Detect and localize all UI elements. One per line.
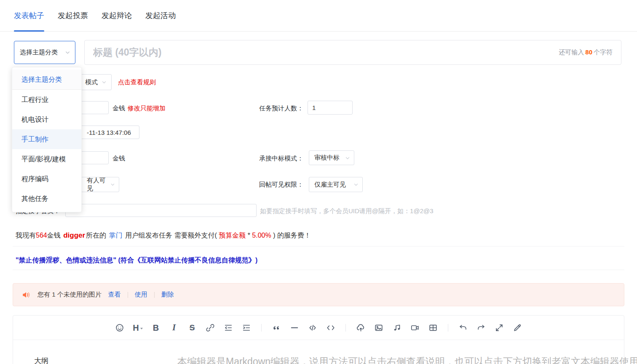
- category-option-graphic[interactable]: 平面/影视/建模: [12, 149, 81, 169]
- view-image-link[interactable]: 查看: [108, 291, 121, 299]
- fee-text: 所在的: [86, 232, 108, 239]
- fullscreen-button[interactable]: [492, 321, 506, 335]
- people-count-label: 任务预计人数：: [259, 104, 303, 112]
- people-count-input[interactable]: [308, 101, 353, 115]
- bid-mode-select[interactable]: 审核中标: [309, 150, 354, 165]
- toolbar-divider: [448, 324, 448, 332]
- view-rules-link[interactable]: 点击查看规则: [118, 78, 156, 86]
- image-icon: [374, 323, 383, 332]
- chevron-down-icon: [345, 155, 351, 161]
- category-select[interactable]: 选择主题分类: [14, 41, 75, 64]
- indent-button[interactable]: [239, 321, 254, 335]
- horizontal-line-button[interactable]: [287, 321, 302, 335]
- outdent-icon: [224, 323, 233, 332]
- insert-audio-button[interactable]: [390, 321, 404, 335]
- fee-text: 用户组发布任务 需要额外支付(: [123, 232, 219, 239]
- category-select-value: 选择主题分类: [20, 48, 58, 56]
- chevron-down-icon: [64, 49, 71, 56]
- tab-new-debate[interactable]: 发起辩论: [102, 0, 132, 31]
- link-button[interactable]: [203, 321, 217, 335]
- counter-value: 80: [585, 48, 592, 56]
- redo-button[interactable]: [474, 321, 488, 335]
- category-option-handmade[interactable]: 手工制作: [12, 129, 81, 149]
- category-option-coding[interactable]: 程序编码: [12, 169, 81, 189]
- bid-mode-value: 审核中标: [314, 154, 340, 162]
- title-input[interactable]: [85, 47, 559, 58]
- publish-task-page: 发表帖子 发起投票 发起辩论 发起活动 选择主题分类 还可输入80个字符 模式 …: [0, 0, 637, 364]
- code-block-button[interactable]: [305, 321, 320, 335]
- category-option-engineering[interactable]: 工程行业: [12, 90, 81, 110]
- counter-prefix: 还可输入: [559, 48, 584, 56]
- reply-permission-value: 仅雇主可见: [314, 181, 346, 189]
- tab-new-poll[interactable]: 发起投票: [58, 0, 88, 31]
- quote-button[interactable]: [269, 321, 284, 335]
- insert-table-button[interactable]: [426, 321, 440, 335]
- category-option-electromechanical[interactable]: 机电设计: [12, 110, 81, 129]
- undo-icon: [458, 323, 468, 332]
- inline-code-button[interactable]: [324, 321, 338, 335]
- category-option-default[interactable]: 选择主题分类: [12, 70, 81, 90]
- divider: [13, 270, 624, 270]
- upload-cloud-icon: [356, 323, 366, 332]
- budget-note: 修改只能增加: [128, 104, 166, 112]
- insert-image-button[interactable]: [372, 321, 386, 335]
- use-image-link[interactable]: 使用: [135, 291, 147, 299]
- chevron-down-icon: [140, 328, 143, 329]
- markdown-editor: H B I S: [13, 315, 624, 364]
- music-note-icon: [392, 323, 401, 332]
- link-icon: [206, 323, 215, 332]
- bold-button[interactable]: B: [149, 321, 163, 335]
- char-counter: 还可输入80个字符: [559, 48, 621, 56]
- megaphone-icon: [21, 290, 31, 300]
- reply-permission-select[interactable]: 仅雇主可见: [309, 177, 363, 192]
- editor-hint-text: 本编辑器是Markdown编辑器，说用方法可以点击右侧查看说明，也可以点击下方切…: [177, 355, 637, 364]
- tab-label: 发起辩论: [102, 11, 132, 21]
- edit-mode-button[interactable]: [510, 321, 525, 335]
- unused-image-text: 您有 1 个未使用的图片: [37, 291, 102, 299]
- divider: [128, 292, 128, 298]
- category-option-other[interactable]: 其他任务: [12, 189, 81, 209]
- deposit-unit-label: 金钱: [112, 155, 125, 163]
- fee-text: 我现有: [16, 232, 36, 239]
- strikethrough-button[interactable]: S: [185, 321, 199, 335]
- balance-amount: 564: [36, 232, 47, 239]
- chevron-down-icon: [353, 182, 359, 187]
- tab-new-activity[interactable]: 发起活动: [145, 0, 176, 31]
- emoji-icon: [115, 323, 124, 332]
- budget-term: 预算金额: [219, 232, 246, 239]
- chevron-down-icon: [101, 79, 107, 85]
- pencil-icon: [513, 323, 522, 332]
- redo-icon: [476, 323, 486, 332]
- fee-text: ) 的服务费！: [271, 232, 311, 239]
- outdent-button[interactable]: [221, 321, 236, 335]
- delete-image-link[interactable]: 删除: [161, 291, 174, 299]
- code-block-icon: [308, 323, 317, 332]
- bid-mode-label: 承接中标模式：: [259, 155, 303, 163]
- tab-label: 发表帖子: [14, 11, 44, 21]
- fee-text: *: [246, 232, 252, 239]
- category-dropdown: 选择主题分类 工程行业 机电设计 手工制作 平面/影视/建模 程序编码 其他任务: [12, 67, 82, 212]
- bold-icon: B: [153, 324, 159, 332]
- toolbar-divider: [345, 324, 346, 332]
- username: digger: [63, 231, 85, 239]
- tab-label: 发起活动: [145, 11, 176, 21]
- budget-unit-label: 金钱: [112, 104, 125, 112]
- user-group-link[interactable]: 掌门: [109, 232, 123, 239]
- indent-icon: [242, 323, 251, 332]
- strikethrough-icon: S: [190, 324, 195, 332]
- post-type-tabs: 发表帖子 发起投票 发起辩论 发起活动: [0, 0, 637, 32]
- tab-label: 发起投票: [58, 11, 88, 21]
- italic-button[interactable]: I: [167, 321, 181, 335]
- emoji-button[interactable]: [112, 321, 127, 335]
- tab-new-post[interactable]: 发表帖子: [14, 0, 44, 31]
- reply-permission-label: 回帖可见权限：: [259, 181, 303, 189]
- assignee-input[interactable]: [65, 204, 257, 217]
- undo-button[interactable]: [456, 321, 470, 335]
- insert-video-button[interactable]: [408, 321, 422, 335]
- fullscreen-icon: [495, 323, 504, 332]
- divider: [154, 292, 155, 298]
- upload-button[interactable]: [353, 321, 368, 335]
- italic-icon: I: [172, 323, 176, 332]
- heading-button[interactable]: H: [131, 321, 145, 335]
- inline-code-icon: [326, 323, 335, 332]
